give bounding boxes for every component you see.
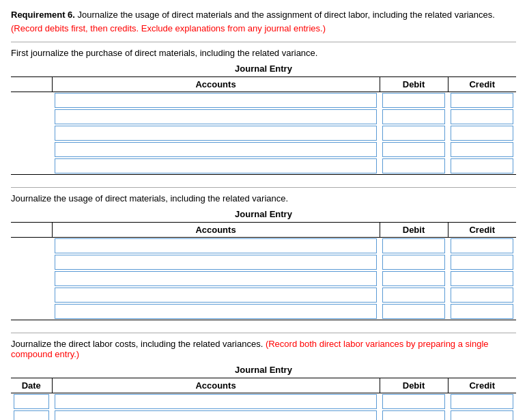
accounts-cell [52, 141, 380, 158]
debit-input[interactable] [382, 238, 445, 253]
credit-input[interactable] [451, 109, 513, 124]
accounts-cell [52, 109, 380, 125]
th-debit-2: Debit [380, 223, 448, 238]
debit-input[interactable] [382, 255, 445, 270]
credit-cell [448, 125, 516, 141]
accounts-input[interactable] [55, 93, 377, 108]
th-debit-3: Debit [380, 378, 448, 393]
debit-input[interactable] [382, 93, 445, 108]
date-cell [11, 141, 52, 158]
date-cell [11, 125, 52, 141]
credit-cell [448, 410, 516, 420]
section2-intro: Journalize the usage of direct materials… [11, 193, 516, 204]
debit-cell [380, 158, 448, 175]
th-accounts-2: Accounts [52, 223, 380, 238]
date-cell [11, 109, 52, 125]
accounts-input[interactable] [55, 142, 377, 157]
credit-input[interactable] [451, 271, 513, 286]
accounts-input[interactable] [55, 109, 377, 124]
accounts-input[interactable] [55, 288, 377, 303]
req-main: Journalize the usage of direct materials… [78, 10, 495, 20]
credit-cell [448, 141, 516, 158]
table-row [11, 109, 516, 125]
table-row [11, 92, 516, 109]
journal-table-3: Date Accounts Debit Credit [11, 378, 516, 420]
date-cell [11, 92, 52, 109]
accounts-input[interactable] [55, 410, 377, 420]
credit-input[interactable] [451, 93, 513, 108]
credit-input[interactable] [451, 394, 513, 409]
date-cell [11, 158, 52, 175]
date-input[interactable] [14, 410, 49, 420]
accounts-cell [52, 158, 380, 175]
accounts-input[interactable] [55, 304, 377, 319]
debit-input[interactable] [382, 410, 445, 420]
credit-input[interactable] [451, 255, 513, 270]
date-cell [11, 287, 52, 303]
debit-cell [380, 393, 448, 410]
journal-section-3: Journal Entry Date Accounts Debit Credit [11, 365, 516, 420]
table-row [11, 303, 516, 320]
journal-section-2: Journal Entry Accounts Debit Credit [11, 209, 516, 320]
credit-input[interactable] [451, 126, 513, 141]
debit-input[interactable] [382, 271, 445, 286]
accounts-cell [52, 287, 380, 303]
journal-title-2: Journal Entry [11, 209, 516, 219]
accounts-cell [52, 125, 380, 141]
th-accounts-3: Accounts [52, 378, 380, 393]
accounts-cell [52, 303, 380, 320]
credit-cell [448, 92, 516, 109]
accounts-input[interactable] [55, 255, 377, 270]
debit-cell [380, 410, 448, 420]
accounts-input[interactable] [55, 238, 377, 253]
th-credit-2: Credit [448, 223, 516, 238]
req-red-instruction: (Record debits first, then credits. Excl… [11, 23, 326, 33]
accounts-input[interactable] [55, 271, 377, 286]
th-date-3: Date [11, 378, 52, 393]
journal-title-3: Journal Entry [11, 365, 516, 375]
table-row [11, 254, 516, 270]
credit-cell [448, 158, 516, 175]
credit-cell [448, 254, 516, 270]
accounts-input[interactable] [55, 158, 377, 173]
credit-input[interactable] [451, 158, 513, 173]
date-cell [11, 254, 52, 270]
debit-cell [380, 238, 448, 255]
credit-cell [448, 109, 516, 125]
credit-input[interactable] [451, 238, 513, 253]
date-cell [11, 270, 52, 287]
debit-input[interactable] [382, 126, 445, 141]
debit-cell [380, 270, 448, 287]
debit-cell [380, 125, 448, 141]
date-input[interactable] [14, 394, 49, 409]
table-row [11, 287, 516, 303]
debit-cell [380, 287, 448, 303]
credit-input[interactable] [451, 288, 513, 303]
journal-table-1: Accounts Debit Credit [11, 76, 516, 175]
date-cell [11, 303, 52, 320]
credit-input[interactable] [451, 304, 513, 319]
section1-intro: First journalize the purchase of direct … [11, 48, 516, 58]
debit-input[interactable] [382, 109, 445, 124]
date-cell [11, 238, 52, 255]
divider-2 [11, 187, 516, 188]
credit-cell [448, 287, 516, 303]
th-credit-1: Credit [448, 77, 516, 92]
journal-title-1: Journal Entry [11, 64, 516, 74]
th-debit-1: Debit [380, 77, 448, 92]
credit-input[interactable] [451, 410, 513, 420]
debit-input[interactable] [382, 158, 445, 173]
credit-input[interactable] [451, 142, 513, 157]
table-row [11, 393, 516, 410]
debit-input[interactable] [382, 304, 445, 319]
debit-input[interactable] [382, 394, 445, 409]
th-empty-1 [11, 77, 52, 92]
debit-cell [380, 254, 448, 270]
debit-input[interactable] [382, 142, 445, 157]
accounts-cell [52, 92, 380, 109]
accounts-input[interactable] [55, 126, 377, 141]
credit-cell [448, 393, 516, 410]
accounts-input[interactable] [55, 394, 377, 409]
debit-input[interactable] [382, 288, 445, 303]
journal-table-2: Accounts Debit Credit [11, 222, 516, 320]
